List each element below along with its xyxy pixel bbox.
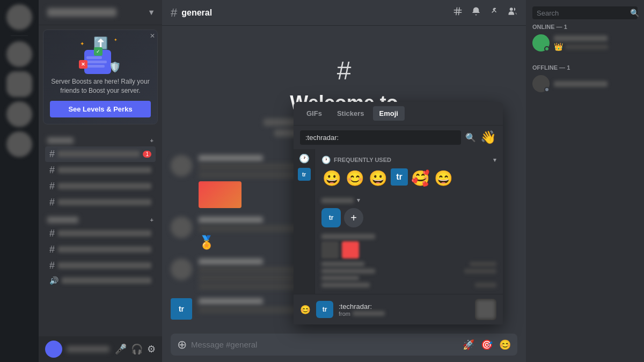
emoji-blur-row-4 (321, 276, 496, 280)
server-icon-home[interactable] (6, 4, 32, 30)
frequently-used-header: 🕐 FREQUENTLY USED ▾ (321, 153, 496, 168)
channel-item-2[interactable]: # (45, 162, 156, 178)
channel-item-7[interactable]: # (45, 258, 156, 274)
server-icon-3[interactable] (6, 101, 32, 127)
dropdown-icon[interactable]: ▾ (149, 8, 153, 17)
crown-icon: 👑 (554, 42, 563, 51)
emoji-search-input[interactable] (300, 130, 461, 145)
dropdown-icon[interactable]: ▾ (493, 157, 496, 164)
server-name: ████ Server Name (47, 8, 116, 17)
emoji-grinning[interactable]: 😀 (321, 168, 342, 188)
member-status (565, 45, 608, 49)
boost-banner-image: ⬆️ 🛡️ ✦ ✦ ✕ ✓ (79, 36, 122, 74)
emoji-preview-info: :techradar: from (339, 302, 385, 317)
tab-stickers[interactable]: Stickers (331, 106, 371, 121)
message-author-3 (199, 258, 263, 265)
channel-section-header-2: SECTION 2 + (43, 217, 158, 225)
members-icon[interactable] (508, 6, 517, 19)
emoji-blur-row-3 (321, 269, 496, 274)
channel-item-6[interactable]: # (45, 242, 156, 257)
message-author-2 (199, 217, 263, 223)
server-name-blur (321, 198, 354, 203)
channel-item-8[interactable]: 🔊 (45, 274, 156, 287)
server-dropdown-icon[interactable]: ▾ (357, 197, 360, 204)
emoji-row-blurred-1 (321, 234, 496, 258)
channel-item-general[interactable]: # 1 (45, 146, 156, 162)
boost-banner-text: Server Boosts are here! Rally your frien… (50, 77, 151, 95)
header-icons (453, 6, 517, 19)
user-controls: 🎤 🎧 ⚙ (115, 343, 156, 355)
chat-header: # general (162, 0, 526, 26)
server-icon-1[interactable] (6, 41, 32, 67)
tab-gifs[interactable]: GIFs (300, 106, 328, 121)
channel-name-header: general (181, 8, 212, 18)
activity-icon[interactable]: 🎯 (481, 339, 493, 351)
emoji-techradar-custom[interactable]: tr (391, 168, 408, 186)
emoji-grinning-2[interactable]: 😀 (368, 168, 389, 188)
channel-item-5[interactable]: # (45, 226, 156, 241)
emoji-icon[interactable]: 😊 (499, 339, 511, 351)
boost-banner: ✕ ⬆️ 🛡️ ✦ ✦ ✕ ✓ Server Boosts are here! … (43, 29, 158, 124)
main-chat-area: # general #️ Welcome to (162, 0, 526, 362)
chat-input-area: ⊕ 🚀 🎯 😊 (162, 327, 526, 362)
user-area: 🎤 🎧 ⚙ (39, 336, 162, 362)
member-avatar-offline (532, 75, 550, 92)
message-text-5 (199, 275, 295, 282)
wave-emoji[interactable]: 👋 (480, 130, 496, 145)
tab-emoji[interactable]: Emoji (373, 106, 405, 121)
member-item-offline[interactable] (532, 73, 638, 94)
clock-icon: 🕐 (321, 156, 331, 164)
channel-section-header: SECTION + (43, 137, 158, 146)
channel-hash-icon: # (49, 149, 55, 160)
channel-item-3[interactable]: # (45, 179, 156, 194)
channel-hash-icon: # (49, 260, 55, 271)
add-channel-icon[interactable]: + (150, 137, 153, 144)
emoji-frequent-grid: 😀 😊 😀 tr 🥰 😄 (321, 168, 496, 188)
add-emoji-icon[interactable]: + (344, 208, 363, 227)
member-item-online[interactable]: 👑 (532, 32, 638, 54)
offline-members-header: OFFLINE — 1 (532, 60, 638, 73)
emoji-preview-icon: tr (316, 301, 333, 318)
channel-hash-icon: # (49, 228, 55, 239)
channel-sidebar: ████ Server Name ▾ ✕ ⬆️ 🛡️ ✦ ✦ ✕ ✓ Serve… (39, 0, 162, 362)
headphones-icon[interactable]: 🎧 (131, 343, 143, 355)
emoji-smile-icon[interactable]: 😊 (300, 305, 311, 315)
channel-name (58, 199, 151, 205)
emoji-hearts[interactable]: 🥰 (410, 168, 431, 188)
channel-name (58, 167, 151, 173)
channel-badge: 1 (143, 151, 151, 158)
server-icon-2[interactable] (6, 71, 32, 97)
message-avatar-3 (171, 258, 192, 280)
server-emoji-header[interactable]: ▾ (321, 195, 496, 208)
search-input[interactable] (537, 9, 627, 17)
settings-icon[interactable]: ⚙ (147, 343, 156, 355)
send-icon[interactable]: 🚀 (463, 339, 474, 351)
close-icon[interactable]: ✕ (150, 32, 155, 40)
server-icon-4[interactable] (6, 131, 32, 157)
member-info-offline (554, 81, 608, 87)
emoji-techradar-icon[interactable]: tr (298, 168, 311, 181)
frequently-used-label: FREQUENTLY USED (334, 157, 391, 163)
message-author-techradar (199, 298, 263, 305)
boost-levels-perks-button[interactable]: See Levels & Perks (50, 101, 151, 117)
emoji-laugh[interactable]: 😄 (433, 168, 454, 188)
chat-input-icons: 🚀 🎯 😊 (463, 339, 511, 351)
emoji-server-section: ▾ tr + (321, 195, 496, 227)
pin-icon[interactable] (489, 6, 499, 19)
server-header[interactable]: ████ Server Name ▾ (39, 0, 162, 25)
emoji-body: 🕐 tr 🕐 FREQUENTLY USED ▾ 😀 😊 😀 tr 🥰 😄 (294, 149, 503, 294)
status-dot-online (544, 46, 550, 51)
chat-message-input[interactable] (191, 334, 458, 356)
techradar-server-emoji[interactable]: tr (321, 208, 341, 227)
microphone-icon[interactable]: 🎤 (115, 343, 127, 355)
user-avatar[interactable] (45, 341, 62, 358)
hash-icon-header[interactable] (453, 6, 463, 19)
member-avatar-online (532, 34, 550, 51)
add-attachment-icon[interactable]: ⊕ (177, 338, 187, 352)
emoji-recent-icon[interactable]: 🕐 (299, 153, 310, 164)
bell-icon[interactable] (471, 6, 481, 19)
channel-voice-icon: 🔊 (49, 276, 58, 285)
add-channel-icon-2[interactable]: + (150, 217, 153, 223)
channel-item-4[interactable]: # (45, 195, 156, 210)
emoji-smile[interactable]: 😊 (345, 168, 365, 188)
